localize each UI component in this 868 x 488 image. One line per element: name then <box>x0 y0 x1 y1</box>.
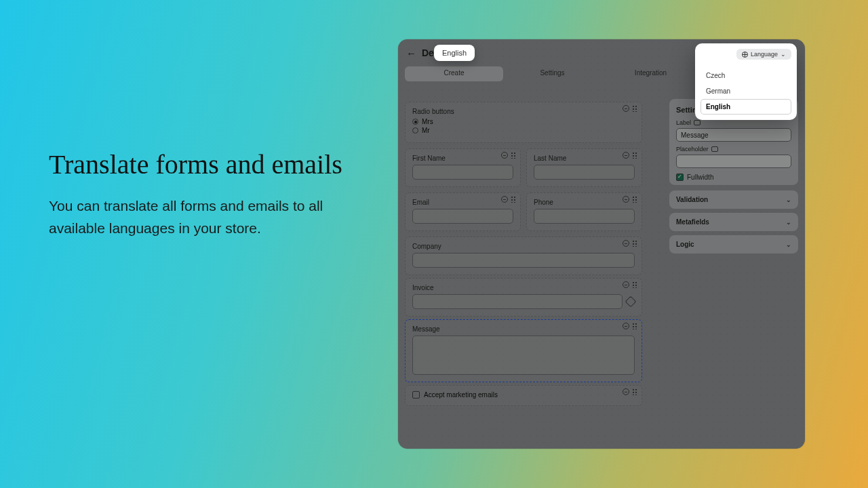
block-invoice[interactable]: Invoice <box>405 278 642 317</box>
label-input[interactable]: Message <box>676 128 791 142</box>
placeholder-input[interactable] <box>676 155 791 168</box>
language-button[interactable]: Language ⌄ <box>736 49 791 60</box>
marketing-body: You can translate all forms and emails t… <box>49 195 374 239</box>
block-company[interactable]: Company <box>405 237 642 275</box>
accordion-validation[interactable]: Validation⌄ <box>669 190 798 209</box>
remove-icon[interactable] <box>501 152 508 159</box>
marketing-copy: Translate forms and emails You can trans… <box>49 146 374 239</box>
language-dropdown[interactable]: Language ⌄ Czech German English <box>695 43 797 120</box>
block-accept[interactable]: Accept marketing emails <box>405 385 642 406</box>
fullwidth-checkbox[interactable]: Fullwidth <box>676 174 791 181</box>
accordion-logic[interactable]: Logic⌄ <box>669 235 798 253</box>
language-option-german[interactable]: German <box>701 83 791 99</box>
drag-icon[interactable] <box>632 388 637 395</box>
remove-icon[interactable] <box>623 281 629 288</box>
translate-icon[interactable] <box>711 146 718 152</box>
form-canvas: Radio buttons Mrs Mr First Name Last Nam… <box>405 99 642 449</box>
block-email[interactable]: Email <box>405 192 521 231</box>
tab-create[interactable]: Create <box>405 66 503 81</box>
tab-settings[interactable]: Settings <box>503 66 601 81</box>
remove-icon[interactable] <box>623 323 629 329</box>
link-icon[interactable] <box>625 296 637 308</box>
chevron-down-icon: ⌄ <box>786 197 791 203</box>
accordion-metafields[interactable]: Metafields⌄ <box>669 213 798 231</box>
chevron-down-icon: ⌄ <box>781 51 786 58</box>
checkbox-icon <box>412 391 420 399</box>
text-input[interactable] <box>534 209 635 224</box>
remove-icon[interactable] <box>623 240 629 247</box>
remove-icon[interactable] <box>623 152 629 159</box>
drag-icon[interactable] <box>511 152 516 159</box>
field-label: First Name <box>412 155 513 162</box>
chevron-down-icon: ⌄ <box>786 219 791 226</box>
language-chip[interactable]: English <box>434 45 475 61</box>
text-input[interactable] <box>412 294 623 309</box>
textarea-input[interactable] <box>412 336 635 375</box>
block-last-name[interactable]: Last Name <box>526 148 642 187</box>
app-window: English ← Demo Create Settings Integrati… <box>398 39 805 449</box>
drag-icon[interactable] <box>632 152 637 159</box>
back-arrow-icon[interactable]: ← <box>406 47 416 59</box>
block-first-name[interactable]: First Name <box>405 148 521 187</box>
field-label: Phone <box>534 199 635 206</box>
remove-icon[interactable] <box>501 196 508 203</box>
text-input[interactable] <box>412 165 513 180</box>
marketing-heading: Translate forms and emails <box>49 146 374 183</box>
language-option-czech[interactable]: Czech <box>701 68 791 83</box>
field-label: Last Name <box>534 155 635 162</box>
remove-icon[interactable] <box>623 196 629 203</box>
radio-option-0[interactable]: Mrs <box>412 118 635 125</box>
radio-option-1[interactable]: Mr <box>412 127 635 134</box>
field-label: Company <box>412 243 635 250</box>
radio-icon <box>412 119 418 125</box>
text-input[interactable] <box>534 165 635 180</box>
drag-icon[interactable] <box>632 105 637 112</box>
block-message[interactable]: Message <box>405 319 642 382</box>
drag-icon[interactable] <box>632 323 637 329</box>
field-label: Invoice <box>412 284 635 291</box>
text-input[interactable] <box>412 253 635 268</box>
drag-icon[interactable] <box>632 196 637 203</box>
checkbox-row[interactable]: Accept marketing emails <box>412 391 635 399</box>
language-list: Czech German English <box>701 68 791 115</box>
settings-sidebar: Settings Label Message Placeholder Fullw… <box>669 99 798 258</box>
field-label: Message <box>412 325 635 333</box>
drag-icon[interactable] <box>511 196 516 203</box>
translate-icon[interactable] <box>694 120 701 125</box>
tab-integration[interactable]: Integration <box>601 66 700 81</box>
radio-label: Radio buttons <box>412 108 635 115</box>
drag-icon[interactable] <box>632 281 637 288</box>
chevron-down-icon: ⌄ <box>786 241 791 248</box>
globe-icon <box>742 52 748 58</box>
label-caption: Label <box>676 119 691 126</box>
checkbox-checked-icon <box>676 174 684 181</box>
remove-icon[interactable] <box>623 105 629 112</box>
placeholder-caption: Placeholder <box>676 146 709 152</box>
block-phone[interactable]: Phone <box>526 192 642 231</box>
radio-icon <box>412 127 418 134</box>
remove-icon[interactable] <box>623 388 629 395</box>
language-option-english[interactable]: English <box>701 99 791 115</box>
block-radio[interactable]: Radio buttons Mrs Mr <box>405 102 642 143</box>
text-input[interactable] <box>412 209 513 224</box>
field-label: Email <box>412 199 513 206</box>
drag-icon[interactable] <box>632 240 637 247</box>
